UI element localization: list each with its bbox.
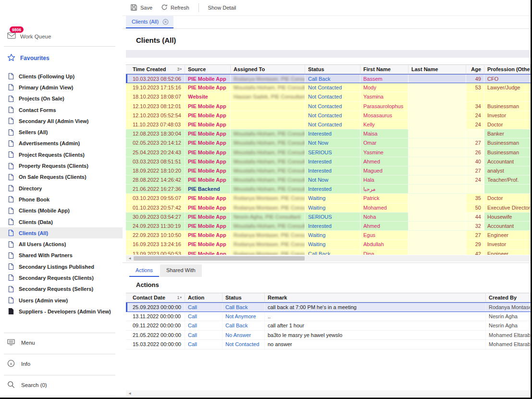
table-row[interactable]: 30.09.2023 03:54:27PIE Mobile AppNesrin … xyxy=(126,212,531,222)
scroll-left-arrow-icon[interactable]: ◄ xyxy=(127,255,133,262)
column-header-age[interactable]: Age xyxy=(466,64,484,74)
row-selector xyxy=(126,166,130,175)
table-row[interactable]: 01.10.2023 20:57:42PIE Mobile AppRodanya… xyxy=(126,203,531,212)
action-link[interactable]: Call xyxy=(185,331,223,340)
sidebar-item-all-users-actions[interactable]: All Users (Actions) xyxy=(0,238,123,249)
column-header-label: Remark xyxy=(268,295,287,300)
table-row[interactable]: 16.09.2023 13:24:16PIE Mobile AppRodanya… xyxy=(126,240,531,249)
sidebar-item-on-sale-requests-clients[interactable]: On Sale Requests (Clients) xyxy=(0,172,123,183)
work-queue-item[interactable]: 9806 Work Queue xyxy=(0,27,123,44)
refresh-button[interactable]: Refresh xyxy=(157,1,194,14)
sidebar-item-secondary-requests-sellers[interactable]: Secondary Requests (Sellers) xyxy=(0,284,123,295)
table-row[interactable]: 13.09.2023 00:50:53PIE Mobile AppRodanya… xyxy=(126,249,531,255)
table-row[interactable]: 12.10.2023 05:52:54PIE Mobile AppNot Con… xyxy=(126,111,531,120)
column-header-status[interactable]: Status xyxy=(305,64,360,74)
sidebar-item-suppliers-developers-admin-view[interactable]: Suppliers - Developers (Admin View) xyxy=(0,306,123,317)
sidebar-item-label: Shared With Partners xyxy=(19,252,73,258)
column-header-source[interactable]: Source xyxy=(185,64,231,74)
column-header-profession-other[interactable]: Profession (Other xyxy=(484,64,531,74)
source-cell: PIE Mobile App xyxy=(185,212,231,221)
action-link[interactable]: Call xyxy=(185,312,223,321)
column-header-remark[interactable]: Remark xyxy=(265,293,486,302)
tab-actions[interactable]: Actions xyxy=(129,264,159,277)
source-cell: PIE Mobile App xyxy=(185,102,231,111)
table-row[interactable]: 09.11.2022 00:00:00CallCall Backcall aft… xyxy=(126,321,531,331)
table-row[interactable]: 28.08.2022 14:26:42PIE Mobile AppMoustaf… xyxy=(126,175,531,185)
actions-horizontal-scrollbar[interactable]: ◄ xyxy=(126,390,531,397)
sidebar-item-sellers-all[interactable]: Sellers (All) xyxy=(0,126,123,137)
info-button[interactable]: Info xyxy=(0,354,123,373)
table-row[interactable]: 25.09.2023 00:00:00CallCall Backcall bac… xyxy=(126,302,531,312)
column-header-assigned-to[interactable]: Assigned To xyxy=(231,64,305,74)
show-detail-button[interactable]: Show Detail xyxy=(204,2,241,13)
sidebar-item-contact-forms[interactable]: Contact Forms xyxy=(0,104,123,115)
sidebar-item-secondary-all-admin-view[interactable]: Secondary All (Admin View) xyxy=(0,115,123,126)
horizontal-scrollbar[interactable]: ◄ xyxy=(126,255,531,262)
time-created-cell: 28.08.2022 14:26:42 xyxy=(130,175,185,184)
table-row[interactable]: 12.08.2023 18:30:04PIE Mobile AppMoustaf… xyxy=(126,129,531,138)
sidebar-item-projects-on-sale[interactable]: Projects (On Sale) xyxy=(0,93,123,104)
assigned-to-cell xyxy=(231,102,305,111)
table-row[interactable]: 11.10.2023 07:48:03PIE Mobile AppNot Con… xyxy=(126,120,531,129)
last-name-cell xyxy=(408,148,466,157)
table-row[interactable]: 10.03.2023 08:52:06PIE Mobile AppRodanya… xyxy=(126,74,531,83)
column-header-created-by[interactable]: Created By xyxy=(486,293,531,302)
sidebar-item-phone-book[interactable]: Phone Book xyxy=(0,194,123,205)
action-link[interactable]: Call xyxy=(185,340,223,349)
table-row[interactable]: 25.04.2023 20:24:43PIE Mobile AppMoustaf… xyxy=(126,148,531,157)
tab-clients-all[interactable]: Clients (All) xyxy=(126,16,173,28)
table-row[interactable]: 19.10.2023 17:15:16PIE Mobile AppMoustaf… xyxy=(126,83,531,92)
table-row[interactable]: 02.05.2023 20:14:12PIE Mobile AppMoustaf… xyxy=(126,138,531,148)
sidebar-item-project-requests-clients[interactable]: Project Requests (Clients) xyxy=(0,149,123,160)
action-link[interactable]: Call xyxy=(185,303,223,312)
sidebar-item-clients-all[interactable]: Clients (All) xyxy=(0,227,123,238)
table-row[interactable]: 13.11.2022 00:00:00CallNot Anymore..Nesr… xyxy=(126,312,531,322)
table-row[interactable]: 22.09.2023 10:10:50PIE Mobile AppRodanya… xyxy=(126,231,531,240)
table-row[interactable]: 12.10.2023 08:12:01PIE Mobile AppNot Con… xyxy=(126,102,531,111)
sidebar-item-clients-data[interactable]: Clients (Data) xyxy=(0,216,123,227)
sidebar-item-advertisements-admin[interactable]: Advertisements (Admin) xyxy=(0,138,123,149)
column-header-action[interactable]: Action xyxy=(185,293,223,302)
favourites-header[interactable]: Favourites xyxy=(0,47,123,68)
tab-shared-with[interactable]: Shared With xyxy=(160,264,202,277)
save-button[interactable]: Save xyxy=(126,1,157,14)
sidebar-item-clients-following-up[interactable]: Clients (Following Up) xyxy=(0,71,123,82)
sidebar-item-secondary-requests-clients[interactable]: Secondary Requests (Clients) xyxy=(0,272,123,283)
column-header-contact-date[interactable]: Contact Date1▾ xyxy=(130,293,185,302)
action-link[interactable]: Call xyxy=(185,321,223,330)
column-header-first-name[interactable]: First Name xyxy=(360,64,408,74)
time-created-cell: 03.03.2023 08:51:51 xyxy=(130,157,185,166)
sidebar-item-shared-with-partners[interactable]: Shared With Partners xyxy=(0,250,123,261)
column-header-label: Created By xyxy=(489,295,517,300)
sidebar-item-secondary-listings-published[interactable]: Secondary Listings Published xyxy=(0,261,123,272)
row-selector xyxy=(126,129,130,138)
table-row[interactable]: 21.05.2022 00:00:00CallNo Answerba3to le… xyxy=(126,331,531,340)
column-header-time-created[interactable]: Time Created3▾ xyxy=(130,64,185,74)
table-row[interactable]: 18.09.2022 18:10:20PIE Mobile AppMoustaf… xyxy=(126,166,531,175)
search-button[interactable]: Search (0) xyxy=(0,375,123,394)
suppliers-icon xyxy=(8,308,14,315)
sort-indicator[interactable]: 1▾ xyxy=(177,295,182,300)
scrollbar-thumb[interactable] xyxy=(134,256,305,261)
sidebar-item-users-admin-view[interactable]: Users (Admin view) xyxy=(0,295,123,306)
table-row[interactable]: 18.10.2023 18:08:07WebsiteHassan Sadek, … xyxy=(126,92,531,101)
close-tab-icon[interactable] xyxy=(162,19,169,25)
sidebar-item-clients-mobile-app[interactable]: Clients (Mobile App) xyxy=(0,205,123,216)
table-row[interactable]: 03.10.2023 09:55:07PIE Mobile AppRodanya… xyxy=(126,194,531,203)
menu-button[interactable]: Menu xyxy=(0,333,123,352)
sidebar-item-primary-admin-view[interactable]: Primary (Admin View) xyxy=(0,82,123,93)
sort-indicator[interactable]: 3▾ xyxy=(177,67,182,72)
age-cell: 40 xyxy=(466,157,484,166)
table-row[interactable]: 21.06.2022 16:27:36PIE BackendMoustafa H… xyxy=(126,185,531,194)
table-row[interactable]: 15.03.2022 00:00:00CallNot Contactedno a… xyxy=(126,340,531,349)
last-name-cell xyxy=(408,111,466,120)
sidebar-item-property-requests-clients[interactable]: Property Requests (Clients) xyxy=(0,160,123,171)
table-row[interactable]: 03.03.2023 08:51:51PIE Mobile AppMoustaf… xyxy=(126,157,531,166)
table-row[interactable]: 24.09.2023 11:30:19PIE Mobile AppMoustaf… xyxy=(126,222,531,231)
sidebar: 9806 Work Queue Favourites Clients (Foll… xyxy=(0,0,123,398)
column-header-last-name[interactable]: Last Name xyxy=(408,64,466,74)
sidebar-item-directory[interactable]: Directory xyxy=(0,183,123,194)
scroll-left-arrow-icon[interactable]: ◄ xyxy=(127,390,133,397)
document-icon xyxy=(8,207,14,214)
column-header-status[interactable]: Status xyxy=(223,293,265,302)
